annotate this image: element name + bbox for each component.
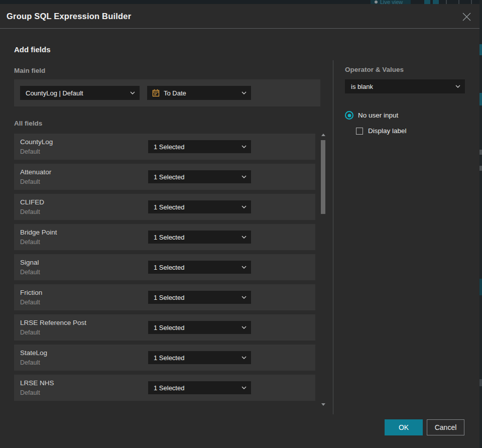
chevron-down-icon <box>242 386 247 389</box>
field-row: LRSE NHS Default 1 Selected <box>14 375 315 401</box>
field-selected-value: 1 Selected <box>154 264 184 271</box>
field-selected-dropdown[interactable]: 1 Selected <box>148 170 251 183</box>
operator-select[interactable]: is blank <box>345 79 465 93</box>
field-selected-dropdown[interactable]: 1 Selected <box>148 321 251 334</box>
background-fragment <box>479 44 482 55</box>
background-fragment <box>479 166 482 171</box>
background-fragment <box>479 93 482 105</box>
main-field-panel: CountyLog | Default To Date <box>14 79 320 106</box>
field-subtitle: Default <box>20 148 40 155</box>
live-view-tab: Live view <box>371 0 411 4</box>
background-fragment <box>446 0 447 4</box>
field-row: StateLog Default 1 Selected <box>14 345 315 371</box>
no-user-input-option: No user input <box>345 111 398 120</box>
field-name: LRSE Reference Post <box>20 319 86 326</box>
ok-button[interactable]: OK <box>385 419 423 435</box>
scrollbar-down-arrow[interactable] <box>321 403 325 406</box>
chevron-down-icon <box>242 175 247 178</box>
field-selected-value: 1 Selected <box>154 143 184 151</box>
background-top-strip: Live view <box>0 0 482 4</box>
background-fragment <box>479 279 482 295</box>
field-row: Attenuator Default 1 Selected <box>14 164 315 190</box>
chevron-down-icon <box>242 91 247 94</box>
main-field-select-value: CountyLog | Default <box>26 89 83 97</box>
field-row: Bridge Point Default 1 Selected <box>14 224 315 250</box>
dot-icon <box>375 1 378 4</box>
live-view-label: Live view <box>380 0 403 4</box>
no-user-input-radio[interactable] <box>345 111 353 120</box>
main-field-select[interactable]: CountyLog | Default <box>20 86 140 100</box>
chevron-down-icon <box>242 266 247 269</box>
field-subtitle: Default <box>20 389 40 396</box>
main-field-value-select-value: To Date <box>164 89 186 97</box>
no-user-input-label: No user input <box>358 111 398 119</box>
field-subtitle: Default <box>20 359 40 366</box>
field-selected-value: 1 Selected <box>154 173 184 181</box>
scrollbar-up-arrow[interactable] <box>321 134 325 136</box>
scrollbar-thumb[interactable] <box>321 140 325 214</box>
field-row: LRSE Reference Post Default 1 Selected <box>14 314 315 341</box>
field-subtitle: Default <box>20 208 40 215</box>
field-subtitle: Default <box>20 269 40 276</box>
field-selected-value: 1 Selected <box>154 354 184 362</box>
field-selected-value: 1 Selected <box>154 324 184 331</box>
chevron-down-icon <box>242 236 247 239</box>
close-button[interactable] <box>460 10 473 23</box>
calendar-icon <box>152 89 160 97</box>
field-subtitle: Default <box>20 299 40 306</box>
display-label-text: Display label <box>368 127 407 135</box>
field-selected-value: 1 Selected <box>154 294 184 301</box>
field-selected-dropdown[interactable]: 1 Selected <box>148 261 251 274</box>
field-name: Signal <box>20 259 39 266</box>
field-selected-dropdown[interactable]: 1 Selected <box>148 351 251 364</box>
field-row: CLIFED Default 1 Selected <box>14 194 315 220</box>
field-selected-dropdown[interactable]: 1 Selected <box>148 231 251 244</box>
field-selected-value: 1 Selected <box>154 234 184 241</box>
operator-values-label: Operator & Values <box>345 66 404 73</box>
operator-select-value: is blank <box>351 83 373 90</box>
field-name: Friction <box>20 289 42 296</box>
field-selected-dropdown[interactable]: 1 Selected <box>148 200 251 213</box>
field-name: Bridge Point <box>20 229 57 236</box>
dialog-titlebar: Group SQL Expression Builder <box>0 4 479 29</box>
chevron-down-icon <box>130 91 135 94</box>
field-name: LRSE NHS <box>20 379 54 387</box>
dialog-title: Group SQL Expression Builder <box>0 12 131 21</box>
main-field-label: Main field <box>14 67 45 74</box>
chevron-down-icon <box>242 145 247 148</box>
field-row: Signal Default 1 Selected <box>14 254 315 280</box>
field-name: StateLog <box>20 349 47 357</box>
field-selected-value: 1 Selected <box>154 384 184 392</box>
main-field-value-select[interactable]: To Date <box>147 86 251 100</box>
field-selected-dropdown[interactable]: 1 Selected <box>148 381 251 394</box>
radio-dot-icon <box>347 114 351 117</box>
all-fields-label: All fields <box>14 120 42 127</box>
group-sql-expression-builder-dialog: Group SQL Expression Builder Add fields … <box>0 4 479 448</box>
chevron-down-icon <box>242 356 247 359</box>
chevron-down-icon <box>455 85 460 88</box>
background-fragment <box>458 0 459 4</box>
list-scrollbar[interactable] <box>321 132 326 407</box>
background-fragment <box>433 0 439 4</box>
background-right-edge <box>479 0 482 448</box>
cancel-button[interactable]: Cancel <box>427 419 464 435</box>
chevron-down-icon <box>242 296 247 299</box>
panel-divider <box>333 60 333 414</box>
field-selected-dropdown[interactable]: 1 Selected <box>148 291 251 304</box>
background-fragment <box>471 0 472 4</box>
field-name: CLIFED <box>20 198 44 206</box>
field-row: Friction Default 1 Selected <box>14 284 315 310</box>
display-label-checkbox[interactable] <box>356 128 363 135</box>
field-subtitle: Default <box>20 178 40 185</box>
chevron-down-icon <box>242 205 247 208</box>
field-name: CountyLog <box>20 138 53 146</box>
field-subtitle: Default <box>20 239 40 246</box>
close-icon <box>462 13 471 21</box>
field-subtitle: Default <box>20 329 40 336</box>
all-fields-list: CountyLog Default 1 Selected Attenuator … <box>14 134 315 405</box>
field-selected-dropdown[interactable]: 1 Selected <box>148 140 251 153</box>
field-name: Attenuator <box>20 168 51 176</box>
display-label-option: Display label <box>356 127 407 135</box>
chevron-down-icon <box>242 326 247 329</box>
background-fragment <box>424 0 430 4</box>
